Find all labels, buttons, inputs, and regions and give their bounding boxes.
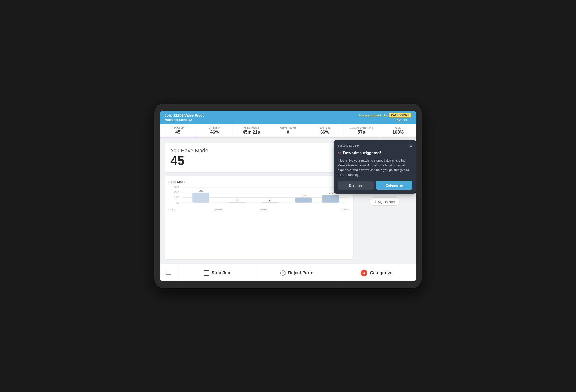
stat-utilization[interactable]: Utilization 46% bbox=[196, 124, 233, 137]
idle-dash: — bbox=[408, 118, 411, 122]
chart-label-3: 8:00 PM bbox=[259, 209, 268, 211]
svg-text:10: 10 bbox=[173, 196, 179, 199]
svg-text:15: 15 bbox=[328, 192, 333, 195]
sign-in-arrow-icon: » bbox=[374, 200, 376, 204]
main-content: You Have Made 45 Parts Made ? 30 20 bbox=[160, 138, 416, 282]
bar-chart-svg: 30 20 10 0 bbox=[169, 185, 349, 208]
hamburger-line-2 bbox=[166, 272, 171, 273]
you-have-made-label: You Have Made bbox=[170, 147, 347, 154]
stat-part-count[interactable]: Part Count 45 bbox=[160, 124, 196, 137]
header-left: Job: 12253 Valve Pivot Machine: Lathe 42 bbox=[165, 113, 204, 122]
svg-text:20: 20 bbox=[173, 191, 179, 194]
popup-started: Started: 8:30 PM bbox=[338, 144, 359, 147]
stop-job-button[interactable]: Stop Job bbox=[177, 264, 257, 282]
stop-job-label: Stop Job bbox=[211, 270, 230, 275]
sign-in-button[interactable]: » Sign In Now bbox=[370, 197, 400, 206]
left-panel: You Have Made 45 Parts Made ? 30 20 bbox=[165, 143, 353, 259]
dismiss-button[interactable]: Dismiss bbox=[338, 181, 374, 190]
downtime-popup: Started: 8:30 PM 2s ⊙ Downtime triggered… bbox=[334, 140, 416, 194]
stat-oee[interactable]: OEE 100% bbox=[380, 124, 416, 137]
chart-title: Parts Made bbox=[169, 180, 185, 183]
popup-body: It looks like your machine stopped doing… bbox=[338, 158, 412, 177]
categorize-label: Categorize bbox=[370, 270, 392, 275]
svg-text:0: 0 bbox=[236, 199, 238, 202]
hamburger-line-3 bbox=[166, 274, 171, 275]
chart-label-2: 12:00 PM bbox=[213, 209, 223, 211]
categorize-header-button[interactable]: CATEGORIZE bbox=[389, 113, 411, 117]
stat-label-alarms: Active Alarms bbox=[273, 126, 303, 129]
stat-value-oee: 100% bbox=[383, 130, 413, 135]
stat-label-downtime: All Downtime bbox=[236, 126, 267, 129]
popup-header: Started: 8:30 PM 2s bbox=[338, 144, 412, 147]
stat-value-utilization: 46% bbox=[199, 130, 230, 135]
uncategorized-label: Uncategorized : 1s bbox=[359, 113, 387, 117]
categorize-badge: 4 bbox=[361, 270, 368, 276]
svg-text:20: 20 bbox=[198, 190, 204, 192]
popup-title: Downtime triggered! bbox=[343, 151, 381, 155]
tablet-screen: Job: 12253 Valve Pivot Machine: Lathe 42… bbox=[160, 110, 416, 282]
sign-in-label: Sign In Now bbox=[378, 200, 395, 204]
chart-section: Parts Made ? 30 20 10 0 bbox=[165, 176, 353, 259]
chart-labels: 4:30 AM 12:00 PM 8:00 PM 4:00 AM bbox=[169, 209, 349, 211]
stat-active-alarms[interactable]: Active Alarms 0 bbox=[270, 124, 307, 137]
job-title: Job: 12253 Valve Pivot bbox=[165, 113, 204, 117]
chart-label-5: 4:00 AM bbox=[341, 209, 349, 211]
categorize-button[interactable]: 4 Categorize bbox=[337, 264, 416, 282]
hamburger-line-1 bbox=[166, 271, 171, 272]
stat-cycle-time[interactable]: Current Cycle Time 57s bbox=[343, 124, 380, 137]
machine-title: Machine: Lathe 42 bbox=[165, 118, 204, 122]
header-status-row: Uncategorized : 1s CATEGORIZE bbox=[359, 113, 411, 117]
content-area: You Have Made 45 Parts Made ? 30 20 bbox=[160, 138, 416, 264]
stop-icon bbox=[204, 270, 209, 276]
popup-title-row: ⊙ Downtime triggered! bbox=[338, 150, 412, 156]
svg-rect-14 bbox=[295, 198, 312, 203]
stat-value-downtime: 45m 21s bbox=[236, 130, 267, 135]
header-bar: Job: 12253 Valve Pivot Machine: Lathe 42… bbox=[160, 110, 416, 124]
reject-icon: ⊘ bbox=[280, 270, 286, 276]
stat-label-cycle-time: Current Cycle Time bbox=[346, 126, 377, 129]
svg-rect-12 bbox=[262, 202, 279, 203]
svg-text:30: 30 bbox=[173, 186, 179, 189]
stat-label-utilization: Utilization bbox=[199, 126, 230, 129]
stat-label-part-count: Part Count bbox=[163, 126, 193, 129]
stat-label-oee: OEE bbox=[383, 126, 413, 129]
stat-value-part-count: 45 bbox=[163, 130, 193, 135]
stats-bar: Part Count 45 Utilization 46% All Downti… bbox=[160, 124, 416, 138]
header-right: Uncategorized : 1s CATEGORIZE Idle : 1s … bbox=[359, 113, 411, 122]
svg-rect-8 bbox=[193, 193, 209, 203]
svg-text:0: 0 bbox=[176, 201, 179, 204]
idle-text: Idle : 1s bbox=[396, 118, 407, 122]
menu-button[interactable] bbox=[160, 264, 177, 282]
idle-label: Idle : 1s — bbox=[396, 118, 411, 122]
made-count-value: 45 bbox=[170, 154, 347, 168]
chart-area: 30 20 10 0 bbox=[169, 185, 349, 208]
svg-rect-10 bbox=[229, 202, 245, 203]
stat-label-parts-goal: Parts Goal bbox=[309, 126, 340, 129]
svg-text:0: 0 bbox=[269, 199, 272, 202]
chart-header: Parts Made ? bbox=[169, 180, 349, 183]
warning-icon: ⊙ bbox=[338, 150, 341, 156]
stat-all-downtime[interactable]: All Downtime 45m 21s bbox=[233, 124, 270, 137]
hamburger-icon bbox=[166, 271, 171, 275]
bottom-bar: Stop Job ⊘ Reject Parts 4 Categorize bbox=[160, 264, 416, 282]
stat-value-parts-goal: 66% bbox=[309, 130, 340, 135]
tablet-device: Job: 12253 Valve Pivot Machine: Lathe 42… bbox=[154, 104, 422, 288]
stat-parts-goal[interactable]: Parts Goal 66% bbox=[307, 124, 343, 137]
stat-value-alarms: 0 bbox=[273, 130, 303, 135]
popup-timer: 2s bbox=[409, 144, 412, 147]
popup-categorize-button[interactable]: Categorize bbox=[376, 181, 412, 190]
svg-rect-16 bbox=[322, 195, 339, 203]
reject-parts-button[interactable]: ⊘ Reject Parts bbox=[257, 264, 337, 282]
svg-text:10: 10 bbox=[301, 195, 306, 197]
chart-label-1: 4:30 AM bbox=[169, 209, 176, 211]
reject-parts-label: Reject Parts bbox=[288, 270, 313, 275]
popup-actions: Dismiss Categorize bbox=[338, 181, 412, 190]
made-section: You Have Made 45 bbox=[165, 143, 353, 172]
stat-value-cycle-time: 57s bbox=[346, 130, 377, 135]
